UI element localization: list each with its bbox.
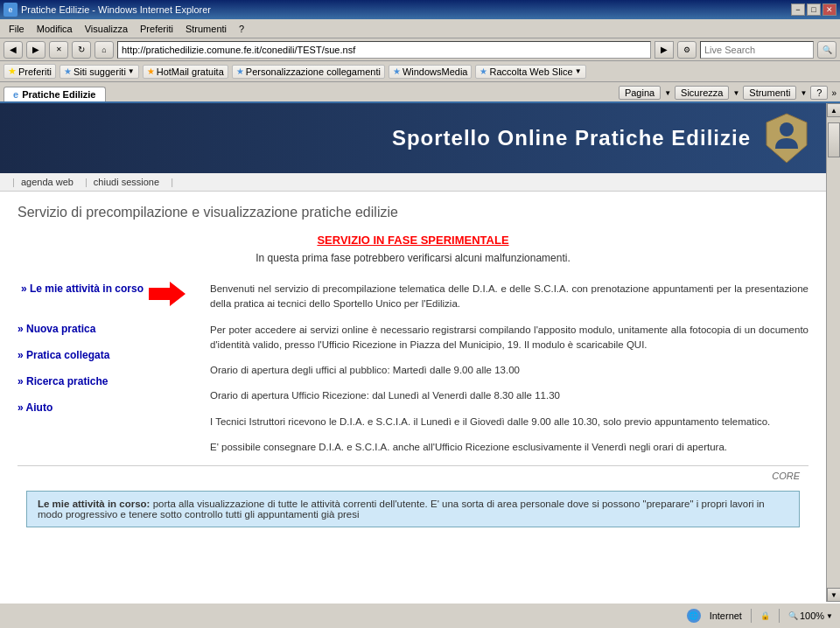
tools-button[interactable]: ⚙ [677, 41, 696, 59]
red-arrow-icon [149, 282, 186, 306]
tooltip-box: Le mie attività in corso: porta alla vis… [26, 491, 800, 527]
right-content: Benvenuti nel servizio di precompilazion… [210, 282, 808, 465]
label-collegata: » Pratica collegata [18, 349, 109, 361]
favorites-button[interactable]: ★ Preferiti [4, 64, 56, 79]
menu-collegata[interactable]: » Pratica collegata [18, 349, 192, 361]
menu-bar: File Modifica Visualizza Preferiti Strum… [0, 19, 840, 38]
fav-windows-media[interactable]: ★ WindowsMedia [388, 65, 472, 79]
favorites-bar: ★ Preferiti ★ Siti suggeriti ▼ ★ HotMail… [0, 61, 840, 82]
menu-visualizza[interactable]: Visualizza [80, 22, 133, 36]
scroll-down-button[interactable]: ▼ [827, 588, 840, 602]
fav-hotmail[interactable]: ★ HotMail gratuita [143, 65, 228, 79]
warning-text: In questa prima fase potrebbero verifica… [18, 252, 808, 264]
svg-marker-2 [149, 282, 186, 306]
site-header-title: Sportello Online Pratiche Edilizie [392, 126, 751, 150]
two-col-layout: » Le mie attività in corso » Nuova prati… [18, 282, 808, 465]
minimize-button[interactable]: − [791, 3, 805, 16]
zoom-dropdown-icon[interactable]: ▼ [826, 612, 833, 620]
menu-preferiti[interactable]: Preferiti [135, 22, 178, 36]
label-nuova: » Nuova pratica [18, 323, 95, 335]
status-text: Internet [710, 611, 742, 621]
menu-help[interactable]: ? [234, 22, 249, 36]
refresh-button[interactable]: ↻ [72, 41, 91, 59]
strumenti-tab-button[interactable]: Strumenti [743, 86, 796, 100]
orario1-paragraph: Orario di apertura degli uffici al pubbl… [210, 363, 808, 378]
close-button[interactable]: ✕ [822, 3, 836, 16]
fav-raccolta[interactable]: ★ Raccolta Web Slice ▼ [475, 65, 585, 79]
tab-bar: e Pratiche Edilizie Pagina ▼ Sicurezza ▼… [0, 82, 840, 103]
fav-icon-personal: ★ [236, 66, 244, 76]
svg-point-1 [780, 122, 794, 136]
help-button[interactable]: ? [810, 86, 828, 100]
red-arrow-container [149, 282, 186, 309]
orario2-paragraph: Orario di apertura Ufficio Ricezione: da… [210, 388, 808, 403]
fav-label-siti: Siti suggeriti [74, 66, 126, 77]
search-button[interactable]: 🔍 [817, 41, 836, 59]
nav-agenda[interactable]: agenda web [21, 177, 74, 187]
scroll-track[interactable] [827, 117, 840, 588]
status-bar: 🌐 Internet 🔒 🔍 100% ▼ [0, 602, 840, 628]
zoom-control[interactable]: 🔍 100% ▼ [788, 611, 833, 621]
strumenti-dropdown[interactable]: ▼ [800, 89, 807, 97]
internet-icon: 🌐 [687, 609, 701, 623]
star-icon: ★ [8, 66, 17, 77]
window-title: Pratiche Edilizie - Windows Internet Exp… [21, 4, 211, 15]
fav-label-raccolta: Raccolta Web Slice [489, 66, 572, 77]
address-bar: ◀ ▶ ✕ ↻ ⌂ ▶ ⚙ 🔍 [0, 38, 840, 61]
tab-icon: e [13, 89, 18, 100]
expand-icon[interactable]: » [831, 88, 836, 98]
back-button[interactable]: ◀ [4, 41, 23, 59]
fav-icon-raccolta: ★ [480, 66, 487, 76]
tooltip-bold: Le mie attività in corso: [38, 499, 150, 509]
menu-modifica[interactable]: Modifica [32, 22, 78, 36]
protected-mode-icon: 🔒 [760, 611, 770, 620]
address-input[interactable] [117, 41, 651, 59]
intro-paragraph: Benvenuti nel servizio di precompilazion… [210, 282, 808, 312]
forward-button[interactable]: ▶ [26, 41, 46, 59]
header-logo [765, 112, 808, 164]
sicurezza-dropdown[interactable]: ▼ [732, 89, 739, 97]
fav-icon-siti: ★ [64, 66, 72, 76]
fav-personal[interactable]: ★ Personalizzazione collegamenti [232, 65, 385, 79]
scroll-up-button[interactable]: ▲ [827, 103, 840, 117]
menu-aiuto[interactable]: » Aiuto [18, 401, 192, 414]
core-logo: CORE [772, 471, 800, 481]
search-input[interactable] [700, 41, 814, 59]
scroll-thumb[interactable] [828, 122, 840, 157]
menu-ricerca[interactable]: » Ricerca pratiche [18, 375, 192, 387]
fav-siti[interactable]: ★ Siti suggeriti ▼ [60, 65, 139, 79]
menu-file[interactable]: File [4, 22, 30, 36]
home-button[interactable]: ⌂ [94, 41, 114, 59]
maximize-button[interactable]: □ [807, 3, 821, 16]
scrollbar: ▲ ▼ [826, 103, 840, 602]
go-button[interactable]: ▶ [654, 41, 674, 59]
page-body: Servizio di precompilazione e visualizza… [0, 192, 826, 546]
label-ricerca: » Ricerca pratiche [18, 375, 108, 387]
label-attivita: » Le mie attività in corso [21, 283, 144, 295]
site-content: Sportello Online Pratiche Edilizie | age… [0, 103, 826, 602]
page-title: Servizio di precompilazione e visualizza… [18, 205, 808, 220]
fav-label-hotmail: HotMail gratuita [157, 66, 224, 77]
warning-title: SERVIZIO IN FASE SPERIMENTALE [18, 234, 808, 247]
menu-attivita[interactable]: » Le mie attività in corso [18, 283, 144, 295]
sicurezza-button[interactable]: Sicurezza [675, 86, 729, 100]
tecnici2-paragraph: E' possibile consegnare D.I.A. e S.C.I.A… [210, 440, 808, 455]
stop-button[interactable]: ✕ [49, 41, 68, 59]
site-header: Sportello Online Pratiche Edilizie [0, 103, 826, 173]
tecnici1-paragraph: I Tecnici Istruttori ricevono le D.I.A. … [210, 415, 808, 429]
zoom-value: 100% [800, 611, 824, 621]
nav-chiudi[interactable]: chiudi sessione [94, 177, 159, 187]
menu-nuova[interactable]: » Nuova pratica [18, 323, 192, 335]
site-footer: CORE [18, 465, 808, 485]
dropdown-icon: ▼ [128, 67, 135, 75]
pagina-button[interactable]: Pagina [619, 86, 661, 100]
pagina-dropdown[interactable]: ▼ [664, 89, 671, 97]
label-aiuto: » Aiuto [18, 401, 52, 414]
window-controls: − □ ✕ [791, 3, 836, 16]
fav-icon-hotmail: ★ [147, 66, 155, 76]
site-nav: | agenda web | chiudi sessione | [0, 173, 826, 192]
menu-strumenti[interactable]: Strumenti [180, 22, 232, 36]
raccolta-dropdown-icon: ▼ [575, 67, 582, 75]
access-paragraph: Per poter accedere ai servizi online è n… [210, 323, 808, 353]
tab-pratiche[interactable]: e Pratiche Edilizie [4, 87, 106, 101]
